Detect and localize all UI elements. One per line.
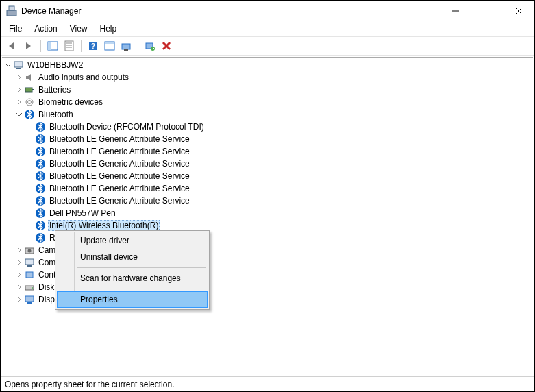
ctx-properties[interactable]: Properties: [57, 291, 208, 308]
svg-rect-0: [7, 10, 16, 16]
tree-item-label: Bluetooth LE Generic Attribute Service: [48, 134, 191, 144]
chevron-right-icon[interactable]: [14, 245, 24, 255]
menu-file[interactable]: File: [3, 23, 27, 35]
show-hide-pane-button[interactable]: [45, 38, 60, 53]
tree-item-label: Bluetooth LE Generic Attribute Service: [48, 147, 191, 156]
svg-rect-47: [27, 302, 32, 304]
svg-rect-46: [25, 296, 34, 302]
titlebar: Device Manager: [1, 1, 534, 21]
tree-item-label: Bluetooth Device (RFCOMM Protocol TDI): [48, 122, 206, 132]
monitor-icon: [24, 257, 35, 268]
chevron-right-icon[interactable]: [14, 97, 24, 107]
bluetooth-icon: [35, 158, 46, 169]
tree-node-bt-le3[interactable]: Bluetooth LE Generic Attribute Service: [3, 158, 533, 170]
svg-rect-24: [25, 88, 32, 92]
menu-separator: [77, 267, 206, 268]
chevron-right-icon[interactable]: [14, 282, 24, 292]
tree-node-biometric[interactable]: Biometric devices: [3, 96, 533, 108]
bluetooth-icon: [35, 220, 46, 231]
options-button[interactable]: [102, 38, 117, 53]
ctx-uninstall-device[interactable]: Uninstall device: [57, 249, 208, 265]
update-driver-button[interactable]: [119, 38, 134, 53]
tree-node-bluetooth[interactable]: Bluetooth: [3, 108, 533, 121]
fingerprint-icon: [24, 97, 35, 108]
svg-rect-17: [124, 49, 128, 51]
ctx-scan-hardware[interactable]: Scan for hardware changes: [57, 270, 208, 286]
tree-node-batteries[interactable]: Batteries: [3, 84, 533, 96]
svg-text:?: ?: [91, 42, 95, 50]
svg-rect-7: [48, 42, 51, 50]
chevron-down-icon[interactable]: [3, 60, 13, 70]
svg-rect-8: [65, 41, 73, 51]
maximize-button[interactable]: [471, 1, 503, 21]
menu-view[interactable]: View: [64, 23, 93, 35]
svg-rect-15: [105, 42, 114, 44]
uninstall-button[interactable]: [159, 38, 174, 53]
svg-rect-23: [16, 68, 21, 69]
chevron-right-icon[interactable]: [14, 258, 24, 267]
back-button[interactable]: [5, 38, 20, 53]
tree-item-label: Bluetooth LE Generic Attribute Service: [48, 196, 191, 206]
security-device-icon: [24, 269, 35, 280]
tree-node-bt-le5[interactable]: Bluetooth LE Generic Attribute Service: [3, 182, 533, 195]
bluetooth-icon: [35, 171, 46, 182]
menu-action[interactable]: Action: [29, 23, 62, 35]
svg-rect-25: [32, 89, 34, 90]
disk-icon: [24, 282, 35, 293]
menu-separator: [77, 289, 206, 289]
tree-item-label: Bluetooth LE Generic Attribute Service: [48, 171, 191, 181]
statusbar: Opens property sheet for the current sel…: [1, 376, 534, 391]
tree-node-audio[interactable]: Audio inputs and outputs: [3, 71, 533, 84]
tree-node-bt-le2[interactable]: Bluetooth LE Generic Attribute Service: [3, 145, 533, 158]
chevron-right-icon[interactable]: [14, 85, 24, 95]
minimize-button[interactable]: [440, 1, 471, 21]
svg-point-27: [28, 101, 32, 104]
close-button[interactable]: [503, 1, 534, 21]
svg-rect-41: [25, 259, 34, 265]
forward-button[interactable]: [21, 38, 36, 53]
tree-node-bt-pen[interactable]: Dell PN557W Pen: [3, 207, 533, 219]
menu-help[interactable]: Help: [95, 23, 123, 35]
svg-rect-22: [14, 62, 23, 67]
toolbar: ?: [1, 36, 534, 56]
bluetooth-icon: [35, 208, 46, 219]
window-title: Device Manager: [21, 6, 81, 16]
battery-icon: [24, 84, 35, 95]
chevron-right-icon[interactable]: [14, 270, 24, 280]
chevron-down-icon[interactable]: [14, 110, 24, 119]
bluetooth-icon: [24, 109, 35, 120]
svg-point-45: [32, 287, 33, 289]
scan-hardware-button[interactable]: [142, 38, 158, 53]
properties-button[interactable]: [62, 38, 77, 53]
tree-item-label: Intel(R) Wireless Bluetooth(R): [48, 220, 160, 231]
bluetooth-icon: [35, 232, 46, 243]
tree-scroll[interactable]: W10BHBBJW2 Audio inputs and outputs: [2, 58, 533, 375]
menubar: File Action View Help: [1, 21, 534, 36]
chevron-right-icon[interactable]: [14, 73, 24, 82]
svg-point-19: [151, 47, 155, 51]
svg-rect-42: [27, 265, 32, 267]
tree-root[interactable]: W10BHBBJW2: [3, 59, 533, 71]
bluetooth-icon: [35, 183, 46, 194]
tree-pane: W10BHBBJW2 Audio inputs and outputs: [2, 57, 533, 375]
bluetooth-icon: [35, 134, 46, 145]
tree-node-bt-le6[interactable]: Bluetooth LE Generic Attribute Service: [3, 195, 533, 207]
svg-rect-43: [26, 272, 33, 278]
tree-root-label: W10BHBBJW2: [26, 60, 84, 70]
bluetooth-icon: [35, 195, 46, 206]
display-adapter-icon: [24, 294, 35, 305]
ctx-update-driver[interactable]: Update driver: [57, 232, 208, 249]
tree-item-label: Bluetooth LE Generic Attribute Service: [48, 159, 191, 169]
svg-rect-16: [122, 44, 130, 49]
computer-icon: [13, 60, 24, 71]
camera-icon: [24, 245, 35, 256]
help-button[interactable]: ?: [86, 38, 101, 53]
bluetooth-icon: [35, 146, 46, 157]
svg-point-40: [28, 249, 32, 253]
tree-node-bt-rfcomm[interactable]: Bluetooth Device (RFCOMM Protocol TDI): [3, 121, 533, 133]
svg-rect-1: [9, 6, 14, 10]
chevron-right-icon[interactable]: [14, 295, 24, 304]
tree-node-bt-le1[interactable]: Bluetooth LE Generic Attribute Service: [3, 133, 533, 145]
svg-point-26: [26, 99, 33, 106]
tree-node-bt-le4[interactable]: Bluetooth LE Generic Attribute Service: [3, 170, 533, 182]
